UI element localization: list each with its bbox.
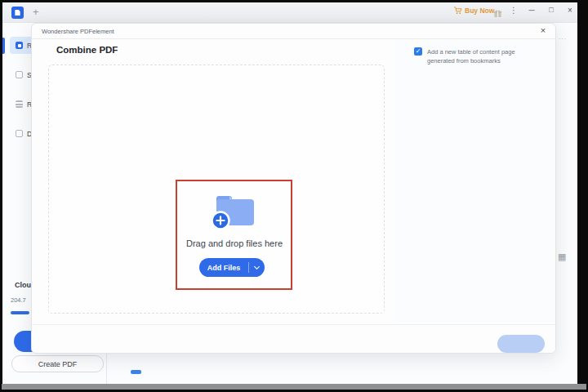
combine-pdf-dialog: Wondershare PDFelement × Combine PDF ✓ A… [31,23,556,354]
sidebar-selected-indicator [2,38,5,54]
cloud-usage-text: 204.7 [11,296,26,304]
maximize-button[interactable]: □ [545,6,558,14]
minimize-button[interactable]: ─ [525,6,538,15]
titlebar: + Buy Now ⋮ ─ □ × [2,2,577,23]
create-pdf-label: Create PDF [38,360,78,368]
dialog-heading: Combine PDF [56,45,118,55]
sidebar-item-2-icon [16,71,23,78]
dialog-footer [32,324,555,354]
buy-now-label: Buy Now [465,7,494,15]
add-files-dropdown-button[interactable] [249,267,265,269]
more-menu-button[interactable]: ⋮ [510,6,518,15]
buy-now-button[interactable]: Buy Now [453,7,494,15]
dialog-options-panel [396,40,555,322]
add-files-label: Add Files [199,264,248,272]
grid-widget-icon[interactable]: ▦ [558,252,566,262]
toc-checkbox-label: Add a new table of content page generate… [427,47,540,66]
cloud-storage-title: Clou [15,281,31,289]
add-folder-icon [207,191,260,232]
create-pdf-button[interactable]: Create PDF [11,355,104,372]
gift-icon[interactable] [493,7,502,21]
sidebar-item-1-icon [16,42,23,49]
bottom-strip [2,384,586,390]
chevron-down-icon [254,263,260,269]
cart-icon [453,7,462,15]
close-window-button[interactable]: × [564,6,577,15]
toc-checkbox[interactable]: ✓ [414,47,422,56]
dialog-titlebar: Wondershare PDFelement × [32,24,555,39]
next-button-disabled[interactable] [497,335,545,353]
dialog-close-button[interactable]: × [537,25,549,35]
cloud-usage-progressbar [11,311,29,314]
partial-blue-icon [131,370,141,374]
sidebar-item-3-icon [16,100,23,108]
new-tab-button[interactable]: + [33,6,39,18]
dropzone-hint: Drag and drop files here [170,238,299,248]
collapsed-toolbar-dots[interactable]: ··· [559,36,567,42]
app-window: + Buy Now ⋮ ─ □ × R S R D Clou 204.7 Cre… [2,2,577,384]
pdfelement-logo-icon [11,7,24,19]
toc-option-row[interactable]: ✓ Add a new table of content page genera… [414,47,545,66]
dialog-title: Wondershare PDFelement [42,28,114,35]
sidebar-item-4-icon [16,130,23,137]
add-files-button[interactable]: Add Files [199,258,265,277]
sidebar-divider [106,354,107,384]
file-dropzone[interactable]: Drag and drop files here Add Files [48,65,385,314]
